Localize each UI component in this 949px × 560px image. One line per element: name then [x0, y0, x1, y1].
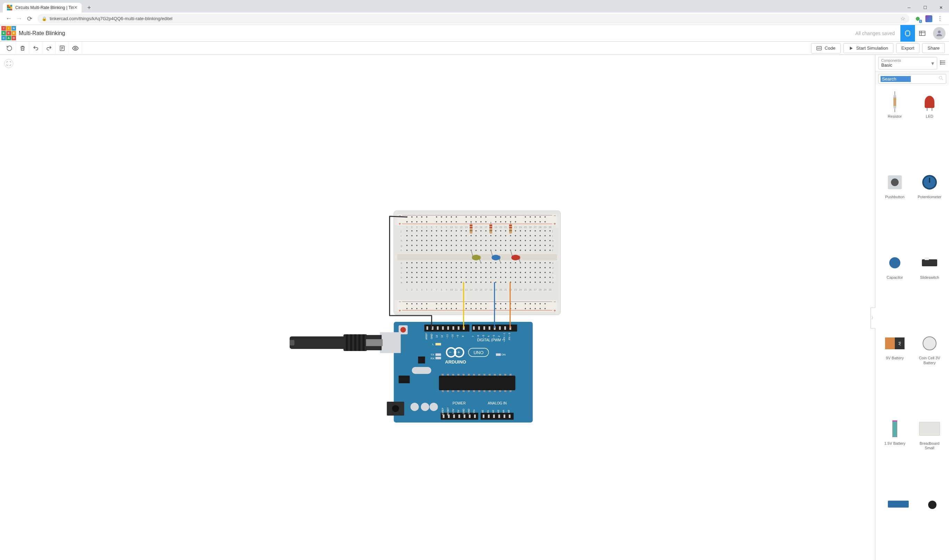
circuit-view-button[interactable] — [900, 25, 915, 42]
undo-button[interactable] — [29, 42, 42, 55]
minimize-button[interactable]: ─ — [901, 2, 917, 13]
usb-cable[interactable] — [290, 336, 345, 349]
svg-point-440 — [525, 282, 526, 283]
panel-header: Components Basic ▾ — [875, 55, 949, 72]
svg-point-238 — [480, 245, 481, 246]
svg-point-310 — [515, 262, 516, 263]
svg-point-195 — [426, 240, 427, 241]
tinkercad-logo-icon[interactable]: TINKERCAD — [2, 26, 16, 41]
redo-button[interactable] — [42, 42, 55, 55]
svg-text:~3: ~3 — [492, 335, 495, 337]
svg-line-663 — [942, 79, 943, 80]
svg-text:21: 21 — [504, 226, 507, 228]
svg-text:i: i — [552, 234, 553, 237]
svg-point-416 — [406, 282, 407, 283]
svg-rect-631 — [504, 374, 506, 375]
svg-rect-606 — [439, 375, 515, 390]
svg-point-293 — [431, 262, 432, 263]
share-button[interactable]: Share — [922, 43, 945, 53]
svg-point-105 — [495, 221, 496, 223]
svg-point-127 — [406, 230, 407, 232]
code-button[interactable]: Code — [811, 43, 841, 54]
user-avatar[interactable] — [933, 27, 946, 40]
list-view-toggle[interactable] — [940, 59, 946, 67]
svg-point-101 — [480, 221, 481, 223]
component-capacitor[interactable]: Capacitor — [878, 249, 912, 329]
notes-button[interactable] — [55, 42, 69, 55]
component-icon — [919, 418, 940, 439]
svg-point-234 — [461, 245, 462, 246]
close-window-button[interactable]: ✕ — [933, 2, 949, 13]
svg-text:RX←0: RX←0 — [508, 332, 510, 340]
svg-point-419 — [421, 282, 422, 283]
svg-point-165 — [436, 235, 438, 237]
extension-icon-1[interactable]: 3 — [914, 15, 921, 22]
component-breadboard-small[interactable]: Breadboard Small — [913, 415, 946, 499]
component-9v-battery[interactable]: 9V9V Battery — [878, 330, 912, 414]
editor-toolbar: Code Start Simulation Export Share — [0, 42, 949, 55]
fit-view-button[interactable]: ⛶ — [4, 59, 13, 68]
svg-point-54 — [485, 303, 487, 305]
bookmark-icon[interactable]: ☆ — [900, 15, 905, 22]
svg-text:a: a — [401, 280, 402, 284]
reload-button[interactable]: ⟳ — [24, 14, 35, 24]
rotate-button[interactable] — [3, 42, 16, 55]
svg-point-232 — [451, 245, 452, 246]
svg-text:g: g — [401, 244, 402, 247]
component-resistor[interactable]: Resistor — [878, 89, 912, 168]
back-button[interactable]: ← — [3, 14, 14, 24]
svg-point-661 — [940, 63, 941, 64]
schematic-view-button[interactable] — [915, 25, 929, 42]
svg-point-409 — [529, 277, 531, 278]
panel-collapse-button[interactable]: 〉 — [870, 308, 875, 328]
svg-point-347 — [539, 267, 541, 268]
svg-point-167 — [446, 235, 447, 237]
component-coin-cell-3v-battery[interactable]: Coin Cell 3V Battery — [913, 330, 946, 414]
svg-text:15: 15 — [474, 226, 477, 228]
svg-rect-547 — [437, 326, 438, 329]
url-input[interactable]: 🔒 tinkercad.com/things/kAq7G2p4QQ6-multi… — [37, 14, 909, 24]
svg-text:5: 5 — [426, 288, 427, 291]
search-input[interactable] — [881, 76, 911, 82]
svg-point-258 — [421, 249, 422, 251]
svg-rect-652 — [435, 343, 441, 345]
svg-text:4: 4 — [421, 226, 422, 228]
component-slideswitch[interactable]: Slideswitch — [913, 249, 946, 329]
circuit-diagram[interactable]: −+−+−+−+jjiihhggffeeddccbbaa112233445566… — [290, 200, 574, 423]
project-title[interactable]: Multi-Rate Blinking — [19, 30, 65, 37]
search-box[interactable] — [878, 74, 946, 84]
svg-point-346 — [535, 267, 536, 268]
component-1.5v-battery[interactable]: 1.5V Battery — [878, 415, 912, 499]
close-tab-icon[interactable]: × — [74, 5, 77, 11]
browser-tab[interactable]: Circuits Multi-Rate Blinking | Tin × — [3, 3, 82, 12]
component-potentiometer[interactable]: Potentiometer — [913, 169, 946, 248]
svg-point-183 — [525, 235, 526, 237]
menu-icon[interactable]: ⋮ — [937, 15, 943, 22]
canvas[interactable]: ⛶ −+−+−+−+jjiihhggffeeddccbbaa1122334455… — [0, 55, 875, 560]
svg-rect-623 — [483, 374, 485, 375]
export-button[interactable]: Export — [896, 43, 920, 53]
svg-point-185 — [535, 235, 536, 237]
svg-rect-634 — [509, 390, 511, 392]
svg-point-102 — [480, 308, 481, 309]
component-icon — [919, 333, 940, 354]
visibility-button[interactable] — [69, 42, 82, 55]
svg-point-398 — [475, 277, 477, 278]
category-selector[interactable]: Components Basic ▾ — [878, 57, 937, 69]
new-tab-button[interactable]: + — [85, 4, 94, 11]
component-pushbutton[interactable]: Pushbutton — [878, 169, 912, 248]
forward-button[interactable]: → — [14, 14, 24, 24]
svg-rect-616 — [462, 390, 464, 392]
svg-point-370 — [495, 272, 496, 273]
component-led[interactable]: LED — [913, 89, 946, 168]
svg-text:24: 24 — [519, 226, 522, 228]
extension-icon-2[interactable] — [925, 15, 932, 22]
start-simulation-button[interactable]: Start Simulation — [843, 43, 894, 53]
svg-point-204 — [470, 240, 472, 241]
svg-point-88 — [441, 308, 442, 309]
svg-point-426 — [455, 282, 457, 283]
maximize-button[interactable]: ☐ — [917, 2, 933, 13]
svg-point-153 — [535, 230, 536, 232]
delete-button[interactable] — [16, 42, 29, 55]
svg-text:UNO: UNO — [473, 349, 484, 355]
